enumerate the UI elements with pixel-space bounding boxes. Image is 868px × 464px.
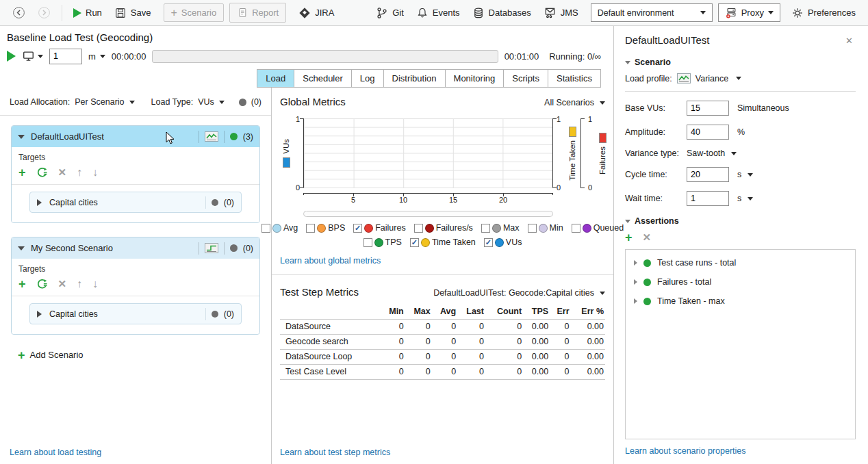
databases-button[interactable]: Databases	[467, 4, 537, 22]
run-button[interactable]: Run	[68, 5, 107, 21]
tab-statistics[interactable]: Statistics	[548, 69, 601, 88]
clone-target-button[interactable]	[36, 167, 48, 179]
assertion-item-failures-total[interactable]: Failures - total	[626, 272, 855, 292]
expand-icon[interactable]	[37, 311, 42, 318]
column-header-count: Count	[485, 305, 523, 320]
scenario-section-header[interactable]: Scenario	[625, 57, 856, 67]
checkbox-min[interactable]	[528, 224, 537, 233]
add-scenario-button[interactable]: + Add Scenario	[18, 350, 261, 360]
report-button[interactable]: Report	[229, 3, 286, 23]
delete-target-button[interactable]: ✕	[58, 166, 67, 179]
move-up-button[interactable]: ↑	[77, 279, 82, 289]
learn-scenario-properties-link[interactable]: Learn about scenario properties	[625, 446, 856, 456]
expand-icon[interactable]	[37, 199, 42, 206]
base-vus-suffix: Simultaneous	[737, 103, 789, 113]
move-down-button[interactable]: ↓	[92, 279, 98, 289]
events-button[interactable]: Events	[411, 4, 465, 22]
learn-global-metrics-link[interactable]: Learn about global metrics	[280, 256, 605, 266]
wait-time-unit-dropdown[interactable]: s	[737, 194, 753, 203]
tab-log[interactable]: Log	[351, 69, 384, 88]
wait-time-input[interactable]	[687, 191, 729, 206]
delete-assertion-button[interactable]: ✕	[643, 231, 652, 244]
move-up-button[interactable]: ↑	[77, 168, 82, 177]
load-profile-dropdown[interactable]: Load profile: Variance	[625, 73, 856, 92]
save-button[interactable]: Save	[109, 4, 157, 22]
agents-dropdown[interactable]	[22, 50, 43, 62]
jira-button[interactable]: JIRA	[293, 4, 340, 22]
cycle-time-unit-dropdown[interactable]: s	[737, 170, 753, 179]
legend-item-tps[interactable]: TPS	[363, 237, 402, 247]
tab-distribution[interactable]: Distribution	[383, 69, 446, 88]
proxy-button[interactable]: Proxy	[718, 3, 780, 22]
forward-button[interactable]	[32, 3, 56, 22]
duration-input[interactable]	[49, 49, 82, 64]
fixed-profile-icon[interactable]	[205, 243, 218, 253]
add-target-button[interactable]: +	[18, 168, 26, 177]
add-scenario-toolbar-button[interactable]: + Scenario	[164, 3, 225, 22]
move-down-button[interactable]: ↓	[92, 168, 98, 177]
legend-item-failures-s[interactable]: Failures/s	[414, 223, 473, 233]
variance-profile-icon[interactable]	[205, 131, 218, 142]
vus-axis-swatch	[283, 157, 290, 168]
clone-target-button[interactable]	[36, 279, 48, 290]
duration-unit-dropdown[interactable]: m	[88, 51, 105, 62]
expand-icon[interactable]	[634, 298, 637, 304]
legend-item-failures[interactable]: ✓Failures	[353, 223, 405, 233]
checkbox-failures[interactable]: ✓	[353, 224, 362, 233]
base-vus-input[interactable]	[687, 101, 729, 116]
learn-test-step-metrics-link[interactable]: Learn about test step metrics	[280, 442, 605, 457]
checkbox-queued[interactable]	[572, 224, 580, 233]
amplitude-input[interactable]	[687, 125, 729, 140]
test-step-selector-dropdown[interactable]: DefaultLoadUITest: Geocode:Capital citie…	[433, 288, 605, 298]
collapse-icon[interactable]	[18, 246, 25, 250]
legend-item-max[interactable]: Max	[481, 223, 520, 233]
play-button[interactable]	[7, 51, 16, 62]
collapse-icon[interactable]	[18, 135, 25, 139]
legend-item-vus[interactable]: ✓VUs	[484, 237, 522, 247]
legend-item-time-taken[interactable]: ✓Time Taken	[410, 237, 476, 247]
legend-item-min[interactable]: Min	[528, 223, 563, 233]
target-row-capital-cities[interactable]: Capital cities (0)	[29, 303, 242, 324]
scenario-header[interactable]: DefaultLoadUITest (3)	[12, 126, 259, 147]
git-button[interactable]: Git	[370, 4, 409, 22]
jms-button[interactable]: JMS	[538, 3, 584, 22]
chart-scrollbar[interactable]	[303, 211, 553, 217]
delete-target-button[interactable]: ✕	[58, 278, 67, 290]
tab-monitoring[interactable]: Monitoring	[445, 69, 505, 88]
add-target-button[interactable]: +	[18, 279, 26, 289]
expand-icon[interactable]	[634, 260, 637, 266]
scenario-header[interactable]: My Second Scenario (0)	[12, 237, 259, 259]
checkbox-max[interactable]	[481, 224, 490, 233]
back-button[interactable]	[7, 3, 31, 22]
close-icon[interactable]: ✕	[843, 34, 856, 47]
assertion-item-test-case-runs-total[interactable]: Test case runs - total	[626, 253, 855, 272]
target-name: Capital cities	[49, 198, 98, 207]
checkbox-failures-s[interactable]	[414, 224, 423, 233]
expand-icon[interactable]	[634, 279, 637, 285]
column-header-last: Last	[457, 305, 485, 320]
add-assertion-button[interactable]: +	[625, 233, 633, 242]
save-label: Save	[131, 8, 151, 18]
target-row-capital-cities[interactable]: Capital cities (0)	[29, 192, 242, 213]
preferences-button[interactable]: Preferences	[786, 4, 861, 22]
checkbox-bps[interactable]	[306, 224, 315, 233]
tab-scripts[interactable]: Scripts	[503, 69, 548, 88]
checkbox-tps[interactable]	[363, 238, 372, 247]
load-allocation-dropdown[interactable]: Per Scenario	[75, 97, 134, 107]
tab-load[interactable]: Load	[257, 69, 294, 88]
legend-swatch-max	[492, 224, 501, 233]
assertion-item-time-taken-max[interactable]: Time Taken - max	[626, 292, 855, 311]
checkbox-vus[interactable]: ✓	[484, 238, 493, 247]
legend-item-bps[interactable]: BPS	[306, 223, 345, 233]
environment-select[interactable]: Default environment	[591, 3, 713, 22]
scenario-filter-dropdown[interactable]: All Scenarios	[544, 98, 605, 107]
cycle-time-input[interactable]	[687, 167, 729, 182]
assertions-section-header[interactable]: Assertions	[625, 216, 856, 226]
load-type-dropdown[interactable]: VUs	[198, 97, 225, 107]
legend-item-avg[interactable]: Avg	[261, 223, 298, 233]
checkbox-time-taken[interactable]: ✓	[410, 238, 419, 247]
tab-scheduler[interactable]: Scheduler	[294, 69, 352, 88]
checkbox-avg[interactable]	[261, 224, 270, 233]
learn-load-testing-link[interactable]: Learn about load testing	[10, 442, 261, 457]
variance-type-dropdown[interactable]: Saw-tooth	[687, 149, 737, 158]
